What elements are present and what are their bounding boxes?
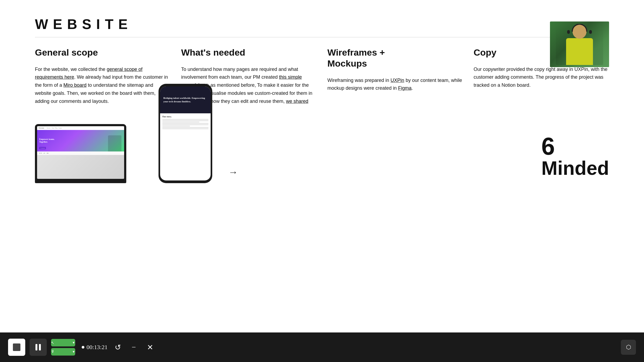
brand-name: Minded [541, 158, 609, 178]
mobile-screen: Bridging talent worldwide. Empowering yo… [160, 86, 211, 180]
stop-button[interactable] [8, 339, 25, 356]
mobile-line-6 [162, 126, 190, 126]
general-scope-link[interactable]: general scope of requirements here [35, 67, 142, 80]
minimize-button[interactable]: − [128, 341, 140, 353]
col3-body: Wireframing was prepared in UXPin by our… [328, 77, 463, 92]
nav-item-1: Services [47, 127, 51, 129]
mic-dropdown-icon: ▼ [72, 350, 75, 354]
desktop-inner: Porteams Services About Blog Contact Emp… [37, 126, 124, 179]
refresh-button[interactable]: ↺ [112, 341, 124, 353]
headphone-right [589, 30, 592, 34]
mobile-line-5 [162, 124, 208, 125]
person-shirt [566, 38, 593, 65]
mobile-section-title: Our story. [162, 115, 208, 118]
desktop-hero: Empower teams.Together. Get started [37, 130, 124, 151]
desktop-mockup: Porteams Services About Blog Contact Emp… [35, 124, 126, 183]
figma-link[interactable]: Figma [398, 85, 412, 91]
nav-item-2: About [52, 127, 54, 129]
main-content: WEBSITE General scope For the website, w… [35, 16, 609, 330]
desktop-logo: Porteams [39, 127, 44, 129]
mic-button[interactable]: 🎙 ▼ [51, 348, 75, 356]
refresh-icon: ↺ [115, 343, 121, 352]
miro-board-link[interactable]: Miro board [63, 82, 87, 88]
desktop-screen: Porteams Services About Blog Contact Emp… [37, 126, 124, 179]
arrow-indicator: → [223, 161, 243, 183]
mobile-content: Our story. [160, 113, 211, 131]
mobile-line-4 [162, 123, 208, 124]
nav-item-4: Contact [59, 127, 62, 129]
close-icon: ✕ [147, 343, 153, 352]
close-button[interactable]: ✕ [144, 341, 156, 353]
mobile-line-3 [162, 122, 199, 122]
title-divider [35, 37, 609, 37]
desktop-navbar: Porteams Services About Blog Contact [37, 126, 124, 130]
desktop-hero-btn: Get started [39, 147, 46, 149]
columns-grid: General scope For the website, we collec… [35, 47, 609, 113]
page-title: WEBSITE [35, 16, 609, 32]
desktop-hero-img [108, 135, 121, 151]
col4-body: Our copywriter provided the copy right a… [474, 66, 609, 89]
desktop-hero-text: Empower teams.Together. [39, 138, 55, 144]
desktop-stats: 95.7% 4:9 300+ [37, 151, 124, 155]
brand-badge: 6 Minded [541, 134, 609, 183]
pause-button[interactable] [30, 339, 47, 356]
mobile-line-2 [162, 120, 208, 121]
desktop-hero-content: Empower teams.Together. Get started [39, 138, 55, 144]
timer-dot [82, 346, 84, 349]
mobile-line-8 [162, 128, 208, 129]
video-overlay [550, 21, 609, 67]
external-link-button[interactable]: ⬡ [621, 340, 636, 355]
mobile-inner: Bridging talent worldwide. Empowering yo… [160, 86, 211, 180]
cursor-icon: ↖ [51, 341, 54, 345]
col3-heading: Wireframes +Mockups [328, 47, 463, 69]
minus-icon: − [132, 343, 136, 352]
bottom-toolbar: ↖ ▼ 🎙 ▼ 00:13:21 ↺ − ✕ ⬡ [0, 332, 644, 362]
green-button-group: ↖ ▼ 🎙 ▼ [51, 339, 75, 356]
column-wireframes: Wireframes +Mockups Wireframing was prep… [328, 47, 463, 113]
stat-1: 95.7% [39, 153, 42, 154]
person-headphones [572, 24, 587, 32]
stat-3: 300+ [46, 153, 49, 154]
brand-number: 6 [541, 134, 555, 158]
mobile-line-7 [162, 127, 208, 128]
mobile-mockup: Bridging talent worldwide. Empowering yo… [159, 84, 212, 183]
mobile-line-1 [162, 119, 208, 120]
pause-bar-left [35, 344, 37, 350]
timer-display: 00:13:21 [82, 344, 107, 351]
pause-bar-right [39, 344, 41, 350]
mobile-hero-text: Bridging talent worldwide. Empowering yo… [163, 96, 207, 103]
cursor-dropdown-icon: ▼ [72, 341, 75, 345]
timer-value: 00:13:21 [87, 344, 107, 351]
video-thumbnail [550, 21, 609, 67]
external-link-icon: ⬡ [626, 344, 631, 351]
video-person [556, 24, 603, 65]
column-general-scope: General scope For the website, we collec… [35, 47, 170, 113]
col1-body: For the website, we collected the genera… [35, 66, 170, 105]
mic-icon: 🎙 [51, 350, 55, 354]
col1-heading: General scope [35, 47, 170, 58]
bottom-area: Porteams Services About Blog Contact Emp… [35, 124, 609, 183]
desktop-nav-items: Services About Blog Contact [47, 127, 62, 129]
uxpin-link[interactable]: UXPin [391, 78, 404, 83]
nav-item-3: Blog [55, 127, 57, 129]
cursor-button[interactable]: ↖ ▼ [51, 339, 75, 346]
person-figure [563, 24, 596, 65]
mobile-hero: Bridging talent worldwide. Empowering yo… [160, 86, 211, 113]
stop-icon [13, 343, 20, 351]
col2-heading: What's needed [181, 47, 316, 58]
mobile-text-lines [162, 119, 208, 129]
headphone-left [567, 30, 570, 34]
stat-2: 4:9 [44, 153, 45, 154]
